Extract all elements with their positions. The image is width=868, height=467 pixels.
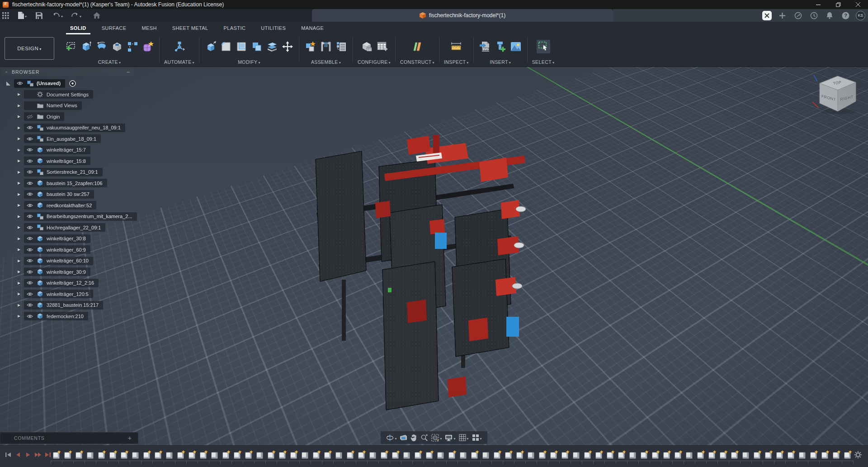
timeline-op[interactable] bbox=[390, 449, 401, 459]
minimize-panel-icon[interactable]: – bbox=[127, 69, 130, 75]
browser-tree-row[interactable]: Sortierstrecke_21_09:1 bbox=[0, 167, 137, 178]
timeline-op[interactable] bbox=[650, 449, 661, 459]
group-label[interactable]: INSERT bbox=[490, 59, 508, 65]
expand-arrow-icon[interactable] bbox=[18, 248, 24, 252]
help-icon[interactable]: ? bbox=[840, 10, 851, 21]
group-label[interactable]: AUTOMATE bbox=[164, 59, 192, 65]
timeline-op[interactable] bbox=[152, 449, 164, 459]
browser-tree-row[interactable]: 32881_baustein 15:217 bbox=[0, 300, 137, 311]
browser-tree-row[interactable]: vakuumsauggreifer_neu_18_09:1 bbox=[0, 122, 137, 133]
browser-tree-row[interactable]: Named Views bbox=[0, 100, 137, 111]
extensions-icon[interactable] bbox=[762, 11, 772, 20]
configuration-icon[interactable] bbox=[360, 40, 373, 53]
timeline-op[interactable] bbox=[299, 449, 311, 459]
browser-tree-row[interactable]: winkelträger_60:9 bbox=[0, 244, 137, 256]
timeline-op[interactable] bbox=[763, 449, 774, 459]
timeline-op[interactable] bbox=[175, 449, 186, 459]
visibility-eye-icon[interactable] bbox=[27, 225, 34, 230]
group-label[interactable]: CONFIGURE bbox=[358, 59, 388, 65]
timeline-op[interactable] bbox=[322, 449, 333, 459]
timeline-op[interactable] bbox=[435, 449, 446, 459]
browser-tree-row[interactable]: Document Settings bbox=[0, 89, 137, 100]
ribbon-tab[interactable]: MANAGE bbox=[293, 22, 331, 34]
timeline-op[interactable] bbox=[582, 449, 593, 459]
node-label[interactable]: Origin bbox=[47, 114, 60, 119]
timeline-op[interactable] bbox=[695, 449, 706, 459]
visibility-eye-icon[interactable] bbox=[27, 114, 34, 119]
timeline-op[interactable] bbox=[751, 449, 763, 459]
visibility-eye-icon[interactable] bbox=[27, 192, 34, 197]
expand-arrow-icon[interactable] bbox=[18, 114, 24, 119]
expand-arrow-icon[interactable] bbox=[18, 281, 24, 285]
expand-arrow-icon[interactable] bbox=[18, 270, 24, 274]
group-label[interactable]: INSPECT bbox=[444, 59, 466, 65]
timeline-op[interactable] bbox=[706, 449, 717, 459]
minimize-button[interactable] bbox=[808, 0, 828, 9]
expand-arrow-icon[interactable] bbox=[18, 181, 24, 185]
insert-fastener-icon[interactable] bbox=[494, 40, 507, 53]
node-label[interactable]: baustein 30 sw:257 bbox=[47, 191, 90, 197]
timeline-op[interactable] bbox=[774, 449, 785, 459]
file-menu-icon[interactable] bbox=[16, 10, 29, 21]
move-icon[interactable] bbox=[281, 40, 294, 53]
expand-arrow-icon[interactable] bbox=[18, 259, 24, 263]
expand-arrow-icon[interactable] bbox=[18, 126, 24, 130]
expand-arrow-icon[interactable] bbox=[18, 214, 24, 219]
insert-svg-icon[interactable]: SVG bbox=[478, 40, 492, 53]
visibility-eye-icon[interactable] bbox=[27, 247, 34, 252]
expanded-arrow-icon[interactable] bbox=[6, 81, 10, 86]
node-label[interactable]: baustein 15_2zapfen:106 bbox=[47, 181, 103, 186]
visibility-eye-icon[interactable] bbox=[27, 136, 34, 141]
visibility-eye-icon[interactable] bbox=[27, 281, 34, 286]
visibility-eye-icon[interactable] bbox=[27, 314, 34, 319]
timeline-op[interactable] bbox=[311, 449, 322, 459]
timeline-op[interactable] bbox=[819, 449, 830, 459]
node-label[interactable]: Sortierstrecke_21_09:1 bbox=[47, 169, 98, 175]
timeline-op[interactable] bbox=[401, 449, 412, 459]
construct-plane-icon[interactable] bbox=[410, 40, 424, 53]
timeline-op[interactable] bbox=[51, 449, 62, 459]
browser-tree-row[interactable]: Hochregallager_22_09:1 bbox=[0, 222, 137, 234]
browser-tree-row[interactable]: winkelträger_15:8 bbox=[0, 156, 137, 167]
group-label[interactable]: CREATE bbox=[98, 59, 118, 65]
timeline-op[interactable] bbox=[717, 449, 729, 459]
viewcube[interactable]: TOP FRONT RIGHT bbox=[812, 70, 863, 115]
browser-tree-row[interactable]: Bearbeitungszentrum_mit_kamera_2... bbox=[0, 211, 137, 222]
close-button[interactable] bbox=[848, 0, 868, 9]
browser-tree-row[interactable]: Origin bbox=[0, 111, 137, 123]
browser-root-row[interactable]: (Unsaved) bbox=[0, 78, 137, 89]
step-back-icon[interactable] bbox=[14, 451, 22, 458]
automate-icon[interactable] bbox=[173, 40, 186, 53]
activate-component-radio[interactable] bbox=[69, 80, 76, 87]
workspace-switcher[interactable]: DESIGN bbox=[5, 37, 54, 60]
timeline-op[interactable] bbox=[593, 449, 604, 459]
timeline-op[interactable] bbox=[186, 449, 198, 459]
node-label[interactable]: winkelträger_15:7 bbox=[47, 147, 86, 152]
add-plus-icon[interactable] bbox=[777, 10, 788, 21]
bom-icon[interactable] bbox=[335, 40, 348, 53]
timeline-op[interactable] bbox=[424, 449, 435, 459]
timeline-op[interactable] bbox=[344, 449, 356, 459]
node-label[interactable]: federnocken:210 bbox=[47, 314, 84, 319]
user-avatar[interactable]: KS bbox=[856, 11, 865, 20]
shell-icon[interactable] bbox=[235, 40, 248, 53]
browser-tree-row[interactable]: winkelträger_60:10 bbox=[0, 255, 137, 267]
timeline-op[interactable] bbox=[525, 449, 537, 459]
timeline-op[interactable] bbox=[107, 449, 118, 459]
timeline-op[interactable] bbox=[503, 449, 514, 459]
group-label[interactable]: MODIFY bbox=[238, 59, 257, 65]
measure-icon[interactable] bbox=[449, 40, 463, 53]
timeline-op[interactable] bbox=[842, 449, 853, 459]
timeline-op[interactable] bbox=[96, 449, 107, 459]
viewports-icon[interactable] bbox=[471, 434, 483, 442]
timeline-op[interactable] bbox=[548, 449, 559, 459]
ribbon-tab[interactable]: UTILITIES bbox=[253, 22, 293, 34]
expand-arrow-icon[interactable] bbox=[18, 159, 24, 163]
document-tab[interactable]: fischertechnik-factory-model*(1) bbox=[312, 9, 613, 22]
node-label[interactable]: Hochregallager_22_09:1 bbox=[47, 225, 101, 230]
visibility-eye-icon[interactable] bbox=[27, 158, 34, 163]
timeline-settings-gear-icon[interactable] bbox=[854, 451, 862, 460]
root-doc-label[interactable]: (Unsaved) bbox=[37, 81, 61, 86]
timeline-op[interactable] bbox=[277, 449, 288, 459]
save-icon[interactable] bbox=[33, 10, 45, 21]
